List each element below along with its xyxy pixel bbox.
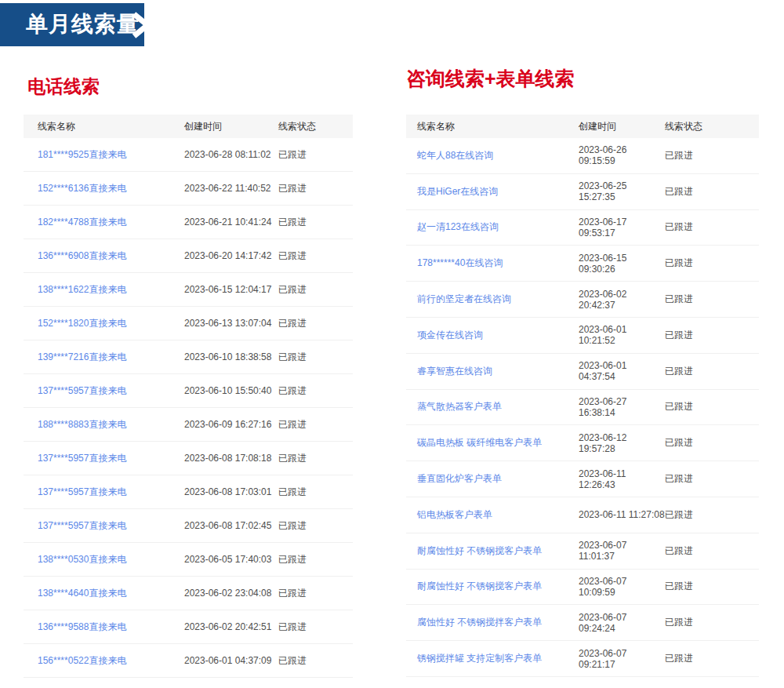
created-time-text: 2023-06-22 11:40:52 [184,183,278,194]
table-row: 137****5957直接来电 2023-06-10 15:50:40 已跟进 [24,374,353,408]
lead-status-text: 已跟进 [278,216,353,229]
lead-name-link[interactable]: 138****1622直接来电 [38,284,126,295]
consult-form-leads-table: 线索名称 创建时间 线索状态 蛇年人88在线咨询 2023-06-26 09:1… [406,115,759,677]
created-time-text: 2023-06-02 23:04:08 [184,588,278,599]
lead-status-text: 已跟进 [665,293,759,306]
lead-name-link[interactable]: 铝电热板客户表单 [417,509,492,520]
lead-status-text: 已跟进 [278,384,353,398]
created-time-text: 2023-06-25 15:27:35 [579,180,665,202]
lead-name-link[interactable]: 锈钢搅拌罐 支持定制客户表单 [417,653,542,664]
lead-status-text: 已跟进 [665,329,759,342]
lead-status-text: 已跟进 [665,436,759,450]
lead-name-link[interactable]: 137****5957直接来电 [38,520,126,531]
lead-name-link[interactable]: 碳晶电热板 碳纤维电客户表单 [417,437,542,448]
lead-name-link[interactable]: 181****9525直接来电 [38,149,126,160]
created-time-text: 2023-06-13 13:07:04 [184,318,278,329]
created-time-text: 2023-06-27 16:38:14 [579,396,665,418]
section-banner: 单月线索量 [0,3,144,46]
report-page: 单月线索量 电话线索 线索名称 创建时间 线索状态 181****9525直接来… [0,0,784,688]
lead-name-link[interactable]: 腐蚀性好 不锈钢搅拌客户表单 [417,617,542,628]
lead-name-link[interactable]: 152****1820直接来电 [38,318,126,329]
col-header-lead-status: 线索状态 [665,120,759,133]
table-row: 137****5957直接来电 2023-06-08 17:08:18 已跟进 [24,442,353,475]
table-row: 182****4788直接来电 2023-06-21 10:41:24 已跟进 [24,206,353,239]
lead-name-link[interactable]: 178******40在线咨询 [417,257,503,268]
table-row: 181****9525直接来电 2023-06-28 08:11:02 已跟进 [24,138,353,172]
created-time-text: 2023-06-11 12:26:43 [579,468,665,490]
lead-name-link[interactable]: 前行的坚定者在线咨询 [417,293,511,304]
table-row: 锈钢搅拌罐 支持定制客户表单 2023-06-07 09:21:17 已跟进 [406,641,759,677]
table-row: 赵一清123在线咨询 2023-06-17 09:53:17 已跟进 [406,210,759,246]
col-header-created-time: 创建时间 [184,120,278,133]
consult-form-leads-table-header: 线索名称 创建时间 线索状态 [406,115,759,138]
lead-status-text: 已跟进 [278,621,353,634]
table-row: 睿享智惠在线咨询 2023-06-01 04:37:54 已跟进 [406,354,759,390]
lead-status-text: 已跟进 [665,185,759,198]
col-header-lead-name: 线索名称 [406,120,579,133]
created-time-text: 2023-06-15 12:04:17 [184,284,278,295]
lead-name-link[interactable]: 项金传在线咨询 [417,329,483,340]
lead-name-link[interactable]: 我是HiGer在线咨询 [417,186,498,197]
phone-leads-table-body: 181****9525直接来电 2023-06-28 08:11:02 已跟进 … [24,138,353,678]
lead-name-link[interactable]: 136****6908直接来电 [38,250,126,261]
created-time-text: 2023-06-01 04:37:54 [579,360,665,382]
created-time-text: 2023-06-11 11:27:08 [579,509,665,520]
table-row: 耐腐蚀性好 不锈钢搅客户表单 2023-06-07 11:01:37 已跟进 [406,533,759,570]
col-header-created-time: 创建时间 [579,120,665,133]
lead-name-link[interactable]: 139****7216直接来电 [38,351,126,362]
lead-name-link[interactable]: 耐腐蚀性好 不锈钢搅客户表单 [417,545,542,556]
table-row: 137****5957直接来电 2023-06-08 17:02:45 已跟进 [24,509,353,543]
lead-name-link[interactable]: 156****0522直接来电 [38,655,126,666]
lead-name-link[interactable]: 188****8883直接来电 [38,419,126,430]
created-time-text: 2023-06-17 09:53:17 [579,217,665,238]
lead-name-link[interactable]: 137****5957直接来电 [38,453,126,464]
phone-leads-table: 线索名称 创建时间 线索状态 181****9525直接来电 2023-06-2… [24,115,353,678]
lead-status-text: 已跟进 [665,149,759,162]
lead-name-link[interactable]: 睿享智惠在线咨询 [417,366,492,377]
lead-name-link[interactable]: 赵一清123在线咨询 [417,221,499,232]
lead-status-text: 已跟进 [278,519,353,533]
lead-status-text: 已跟进 [665,220,759,234]
table-row: 腐蚀性好 不锈钢搅拌客户表单 2023-06-07 09:24:24 已跟进 [406,605,759,641]
created-time-text: 2023-06-21 10:41:24 [184,217,278,228]
lead-status-text: 已跟进 [665,472,759,486]
table-row: 碳晶电热板 碳纤维电客户表单 2023-06-12 19:57:28 已跟进 [406,425,759,461]
lead-status-text: 已跟进 [278,418,353,431]
lead-name-link[interactable]: 152****6136直接来电 [38,183,126,194]
lead-name-link[interactable]: 182****4788直接来电 [38,217,126,228]
lead-name-link[interactable]: 137****5957直接来电 [38,385,126,396]
section-banner-title: 单月线索量 [26,9,140,39]
created-time-text: 2023-06-09 16:27:16 [184,419,278,430]
lead-name-link[interactable]: 垂直固化炉客户表单 [417,473,502,484]
lead-status-text: 已跟进 [665,508,759,522]
created-time-text: 2023-06-20 14:17:42 [184,250,278,261]
lead-status-text: 已跟进 [278,452,353,465]
table-row: 耐腐蚀性好 不锈钢搅客户表单 2023-06-07 10:09:59 已跟进 [406,570,759,606]
chevron-right-icon [131,12,151,38]
created-time-text: 2023-06-08 17:03:01 [184,486,278,497]
consult-form-leads-table-body: 蛇年人88在线咨询 2023-06-26 09:15:59 已跟进 我是HiGe… [406,138,759,677]
table-row: 我是HiGer在线咨询 2023-06-25 15:27:35 已跟进 [406,174,759,210]
lead-name-link[interactable]: 蛇年人88在线咨询 [417,150,493,161]
table-row: 138****0530直接来电 2023-06-05 17:40:03 已跟进 [24,543,353,577]
table-row: 铝电热板客户表单 2023-06-11 11:27:08 已跟进 [406,497,759,533]
phone-leads-table-header: 线索名称 创建时间 线索状态 [24,115,353,138]
col-header-lead-name: 线索名称 [24,120,184,133]
lead-name-link[interactable]: 138****0530直接来电 [38,554,126,565]
lead-status-text: 已跟进 [665,257,759,270]
created-time-text: 2023-06-07 10:09:59 [579,576,665,598]
lead-name-link[interactable]: 蒸气散热器客户表单 [417,401,502,412]
created-time-text: 2023-06-26 09:15:59 [579,144,665,166]
created-time-text: 2023-06-28 08:11:02 [184,149,278,160]
lead-status-text: 已跟进 [278,148,353,162]
lead-status-text: 已跟进 [665,400,759,413]
col-header-lead-status: 线索状态 [278,120,353,133]
table-row: 139****7216直接来电 2023-06-10 18:38:58 已跟进 [24,340,353,374]
lead-name-link[interactable]: 耐腐蚀性好 不锈钢搅客户表单 [417,581,542,592]
lead-name-link[interactable]: 137****5957直接来电 [38,486,126,497]
created-time-text: 2023-06-08 17:08:18 [184,453,278,464]
lead-name-link[interactable]: 136****9588直接来电 [38,621,126,632]
lead-name-link[interactable]: 138****4640直接来电 [38,588,126,599]
created-time-text: 2023-06-10 18:38:58 [184,351,278,362]
phone-leads-section: 电话线索 线索名称 创建时间 线索状态 181****9525直接来电 2023… [24,75,353,678]
